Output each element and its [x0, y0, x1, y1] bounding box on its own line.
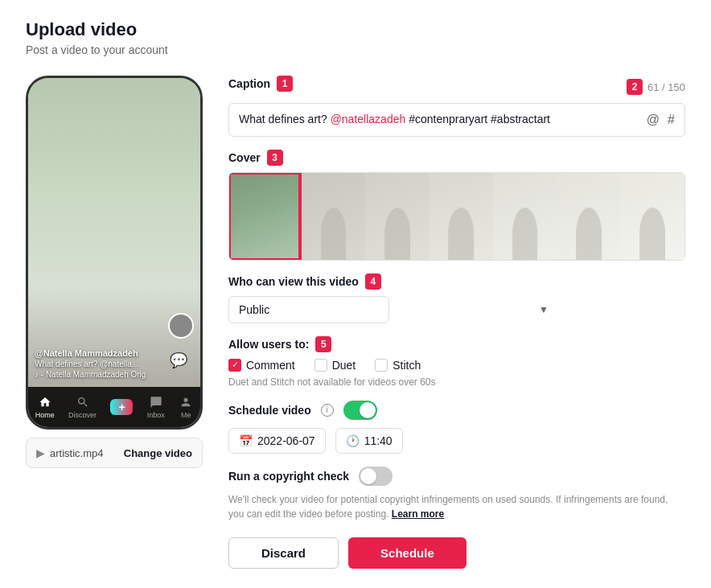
- file-info: ▶ artistic.mp4 Change video: [26, 438, 203, 468]
- copyright-toggle[interactable]: [359, 467, 392, 486]
- file-icon: ▶: [36, 446, 45, 459]
- schedule-toggle-knob: [360, 402, 376, 418]
- cover-thumb-3[interactable]: [429, 173, 493, 260]
- phone-preview: @Natella Mammadzadeh What defines art? @…: [26, 76, 203, 468]
- duet-stitch-note: Duet and Stitch not available for videos…: [228, 376, 685, 388]
- allow-users-label-row: Allow users to: 5: [228, 336, 685, 352]
- form-panel: Caption 1 2 61 / 150 What defines art? @…: [228, 76, 685, 569]
- schedule-toggle[interactable]: [343, 401, 377, 420]
- cover-thumb-1[interactable]: [302, 173, 365, 260]
- home-icon: [38, 395, 52, 409]
- phone-bottom-nav: Home Discover +: [28, 387, 200, 427]
- add-button[interactable]: +: [110, 399, 133, 415]
- cover-step-badge: 3: [267, 150, 283, 166]
- date-value: 2022-06-07: [257, 434, 315, 447]
- cover-thumb-2[interactable]: [365, 173, 429, 260]
- stitch-checkbox-label[interactable]: Stitch: [375, 359, 421, 372]
- nav-inbox: Inbox: [147, 395, 165, 419]
- caption-icons: @ #: [647, 113, 675, 127]
- caption-plain: What defines art?: [239, 113, 331, 125]
- change-video-button[interactable]: Change video: [124, 447, 192, 459]
- duet-checkbox-label[interactable]: Duet: [314, 359, 356, 372]
- duet-checkbox[interactable]: [314, 359, 327, 372]
- allow-users-row: ✓ Comment Duet Stitch: [228, 359, 685, 372]
- phone-frame: @Natella Mammadzadeh What defines art? @…: [26, 76, 203, 430]
- caption-step-badge: 1: [277, 76, 293, 92]
- schedule-label: Schedule video: [228, 404, 311, 417]
- who-can-view-step-badge: 4: [365, 273, 381, 290]
- select-chevron-icon: ▼: [539, 304, 549, 315]
- caption-text[interactable]: What defines art? @natellazadeh #contenp…: [239, 112, 640, 128]
- datetime-row: 📅 2022-06-07 🕐 11:40: [228, 428, 685, 454]
- schedule-info-icon[interactable]: i: [321, 404, 334, 417]
- phone-overlay-text: @Natella Mammadzadeh What defines art? @…: [35, 348, 146, 379]
- stitch-label: Stitch: [392, 359, 421, 372]
- phone-username: @Natella Mammadzadeh: [35, 348, 146, 358]
- cover-label: Cover: [228, 151, 261, 164]
- nav-discover-label: Discover: [68, 411, 97, 419]
- copyright-section: Run a copyright check We'll check your v…: [228, 467, 685, 521]
- discover-icon: [76, 395, 90, 409]
- phone-music: ♪ - Natella Mammadzadeh Orig: [35, 370, 146, 379]
- cover-selected-thumb[interactable]: [229, 173, 302, 260]
- nav-discover: Discover: [68, 395, 97, 419]
- copyright-note-text: We'll check your video for potential cop…: [228, 494, 668, 520]
- allow-users-step-badge: 5: [315, 336, 331, 352]
- copyright-label: Run a copyright check: [228, 470, 349, 483]
- date-field[interactable]: 📅 2022-06-07: [228, 428, 326, 454]
- phone-message-icon: 💬: [168, 350, 189, 371]
- caption-counter-badge: 2: [627, 79, 643, 95]
- page-title: Upload video: [26, 19, 685, 40]
- caption-header: Caption 1 2 61 / 150: [228, 76, 685, 98]
- cover-thumb-5[interactable]: [557, 173, 620, 260]
- cover-thumb-4[interactable]: [493, 173, 557, 260]
- cover-label-row: Cover 3: [228, 150, 685, 166]
- nav-add[interactable]: +: [110, 399, 133, 415]
- caption-mention: @natellazadeh: [331, 113, 406, 125]
- cover-thumb-6[interactable]: [621, 173, 684, 260]
- caption-tags: #contenpraryart #abstractart: [405, 113, 550, 125]
- schedule-button[interactable]: Schedule: [348, 537, 466, 569]
- caption-label: Caption: [228, 77, 270, 90]
- nav-home: Home: [35, 395, 55, 419]
- time-value: 11:40: [364, 434, 392, 447]
- allow-users-label: Allow users to:: [228, 338, 309, 351]
- page-subtitle: Post a video to your account: [26, 43, 685, 56]
- comment-label: Comment: [246, 359, 295, 372]
- who-can-view-section: Who can view this video 4 Public Friends…: [228, 273, 685, 323]
- who-can-view-label-row: Who can view this video 4: [228, 273, 685, 290]
- discard-button[interactable]: Discard: [228, 537, 339, 569]
- at-icon[interactable]: @: [647, 113, 660, 127]
- inbox-icon: [149, 395, 163, 409]
- visibility-select-wrap: Public Friends Private ▼: [228, 296, 685, 323]
- me-icon: [179, 395, 193, 409]
- hash-icon[interactable]: #: [668, 113, 675, 127]
- caption-section: Caption 1 2 61 / 150 What defines art? @…: [228, 76, 685, 137]
- caption-count-text: 61 / 150: [647, 81, 685, 93]
- nav-me-label: Me: [181, 411, 191, 419]
- copyright-toggle-knob: [360, 468, 376, 484]
- copyright-row: Run a copyright check: [228, 467, 685, 486]
- duet-label: Duet: [332, 359, 356, 372]
- schedule-row: Schedule video i: [228, 401, 685, 420]
- comment-checkbox-label[interactable]: ✓ Comment: [228, 359, 295, 372]
- schedule-section: Schedule video i 📅 2022-06-07 🕐 11:40: [228, 401, 685, 454]
- visibility-select[interactable]: Public Friends Private: [228, 296, 389, 323]
- who-can-view-label: Who can view this video: [228, 275, 359, 288]
- caption-label-row: Caption 1: [228, 76, 293, 92]
- action-buttons: Discard Schedule: [228, 537, 685, 569]
- comment-checkbox-checked[interactable]: ✓: [228, 359, 241, 372]
- file-name: ▶ artistic.mp4: [36, 446, 103, 459]
- cover-strip[interactable]: [228, 172, 685, 261]
- time-field[interactable]: 🕐 11:40: [335, 428, 403, 454]
- nav-me: Me: [179, 395, 193, 419]
- clock-icon: 🕐: [346, 434, 360, 447]
- stitch-checkbox[interactable]: [375, 359, 388, 372]
- nav-home-label: Home: [35, 411, 55, 419]
- cover-section: Cover 3: [228, 150, 685, 261]
- learn-more-link[interactable]: Learn more: [392, 508, 444, 520]
- nav-inbox-label: Inbox: [147, 411, 165, 419]
- file-name-text: artistic.mp4: [50, 447, 103, 459]
- caption-input-wrap[interactable]: What defines art? @natellazadeh #contenp…: [228, 103, 685, 137]
- allow-users-section: Allow users to: 5 ✓ Comment Duet Stitch …: [228, 336, 685, 388]
